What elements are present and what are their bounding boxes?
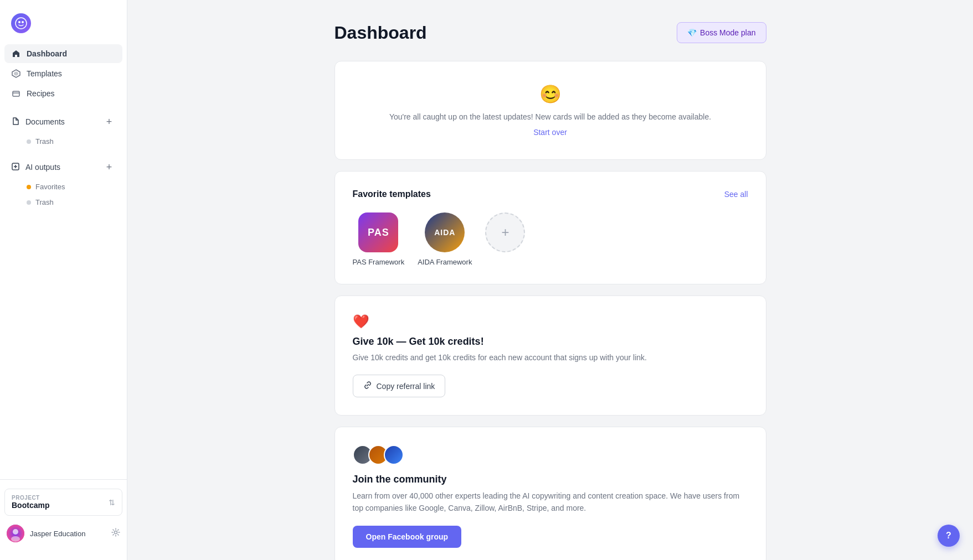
- templates-icon: [11, 69, 21, 79]
- user-name: Jasper Education: [30, 530, 106, 538]
- sidebar-navigation: Dashboard Templates Recipes: [0, 44, 127, 479]
- svg-point-12: [11, 536, 20, 542]
- svg-marker-4: [14, 71, 18, 76]
- copy-referral-button[interactable]: Copy referral link: [353, 375, 446, 397]
- ai-trash-label: Trash: [35, 198, 54, 206]
- plus-icon: +: [501, 225, 509, 240]
- template-aida[interactable]: AIDA AIDA Framework: [418, 212, 472, 266]
- updates-card: 😊 You're all caught up on the latest upd…: [334, 61, 766, 160]
- sidebar-item-label: Recipes: [27, 89, 55, 98]
- pas-badge: PAS: [358, 212, 398, 252]
- settings-icon[interactable]: [111, 528, 120, 539]
- page-header: Dashboard 💎 Boss Mode plan: [334, 22, 766, 43]
- start-over-link[interactable]: Start over: [533, 128, 567, 137]
- sidebar-item-favorites[interactable]: Favorites: [4, 179, 122, 194]
- template-pas[interactable]: PAS PAS Framework: [353, 212, 405, 266]
- sidebar-item-recipes[interactable]: Recipes: [4, 84, 122, 103]
- sidebar-item-templates[interactable]: Templates: [4, 64, 122, 83]
- project-chevron-icon: ⇅: [109, 498, 115, 507]
- sidebar-bottom: PROJECT Bootcamp ⇅ J: [0, 479, 127, 551]
- community-avatar-3: [384, 445, 404, 465]
- trash-label: Trash: [35, 137, 54, 146]
- aida-template-name: AIDA Framework: [418, 258, 472, 266]
- aida-badge: AIDA: [425, 212, 465, 252]
- community-avatars: [353, 445, 748, 465]
- community-card: Join the community Learn from over 40,00…: [334, 427, 766, 560]
- community-description: Learn from over 40,000 other experts lea…: [353, 490, 748, 515]
- sidebar-item-ai-trash[interactable]: Trash: [4, 195, 122, 210]
- svg-point-0: [16, 18, 27, 29]
- facebook-button-label: Open Facebook group: [366, 532, 449, 541]
- main-content: Dashboard 💎 Boss Mode plan 😊 You're all …: [127, 0, 973, 560]
- updates-emoji: 😊: [353, 84, 748, 105]
- project-label: PROJECT: [12, 495, 49, 501]
- add-ai-output-button[interactable]: +: [102, 160, 116, 174]
- referral-card: ❤️ Give 10k — Get 10k credits! Give 10k …: [334, 295, 766, 416]
- add-document-button[interactable]: +: [102, 115, 116, 128]
- community-title: Join the community: [353, 474, 748, 485]
- link-icon: [363, 381, 372, 391]
- favorites-dot-icon: [27, 185, 31, 189]
- svg-rect-5: [13, 91, 19, 96]
- see-all-link[interactable]: See all: [724, 190, 748, 199]
- ai-outputs-label: AI outputs: [25, 163, 60, 172]
- favorites-label: Favorites: [35, 183, 65, 191]
- logo-area[interactable]: [0, 9, 127, 44]
- documents-section[interactable]: Documents +: [4, 111, 122, 133]
- ai-trash-dot-icon: [27, 200, 31, 205]
- pas-template-name: PAS Framework: [353, 258, 405, 266]
- sidebar-item-label: Dashboard: [27, 49, 67, 58]
- recipes-icon: [11, 89, 21, 98]
- svg-point-13: [115, 531, 117, 534]
- documents-section-label: Documents: [11, 117, 65, 127]
- home-icon: [11, 49, 21, 59]
- boss-mode-button[interactable]: 💎 Boss Mode plan: [677, 22, 766, 43]
- ai-outputs-section-label: AI outputs: [11, 162, 60, 173]
- boss-mode-icon: 💎: [687, 28, 697, 37]
- help-button[interactable]: ?: [938, 525, 960, 547]
- open-facebook-button[interactable]: Open Facebook group: [353, 526, 462, 548]
- svg-point-1: [18, 21, 20, 23]
- boss-mode-label: Boss Mode plan: [700, 28, 755, 37]
- favorite-templates-card: Favorite templates See all PAS PAS Frame…: [334, 171, 766, 284]
- referral-heart-icon: ❤️: [353, 314, 748, 329]
- templates-card-title: Favorite templates: [353, 189, 431, 199]
- updates-text: You're all caught up on the latest updat…: [353, 111, 748, 123]
- template-grid: PAS PAS Framework AIDA AIDA Framework +: [353, 212, 748, 266]
- referral-description: Give 10k credits and get 10k credits for…: [353, 352, 748, 364]
- copy-referral-label: Copy referral link: [377, 382, 435, 391]
- ai-outputs-section[interactable]: AI outputs +: [4, 156, 122, 178]
- aida-badge-text: AIDA: [434, 228, 455, 237]
- template-add-more[interactable]: +: [485, 212, 525, 266]
- ai-outputs-icon: [11, 162, 20, 173]
- project-name: Bootcamp: [12, 501, 49, 510]
- avatar: [7, 525, 24, 542]
- sidebar: Dashboard Templates Recipes: [0, 0, 127, 560]
- user-row: Jasper Education: [4, 520, 122, 547]
- sidebar-item-label: Templates: [27, 69, 62, 78]
- add-more-badge: +: [485, 212, 525, 252]
- referral-title: Give 10k — Get 10k credits!: [353, 336, 748, 348]
- document-icon: [11, 117, 20, 127]
- sidebar-item-documents-trash[interactable]: Trash: [4, 134, 122, 149]
- svg-point-2: [22, 21, 24, 23]
- documents-label: Documents: [25, 117, 65, 126]
- templates-card-header: Favorite templates See all: [353, 189, 748, 199]
- pas-badge-text: PAS: [368, 227, 389, 238]
- project-selector[interactable]: PROJECT Bootcamp ⇅: [4, 489, 122, 516]
- trash-dot-icon: [27, 139, 31, 144]
- sidebar-item-dashboard[interactable]: Dashboard: [4, 44, 122, 63]
- project-info: PROJECT Bootcamp: [12, 495, 49, 510]
- page-title: Dashboard: [334, 23, 427, 43]
- svg-point-11: [13, 529, 18, 535]
- app-logo: [11, 13, 31, 33]
